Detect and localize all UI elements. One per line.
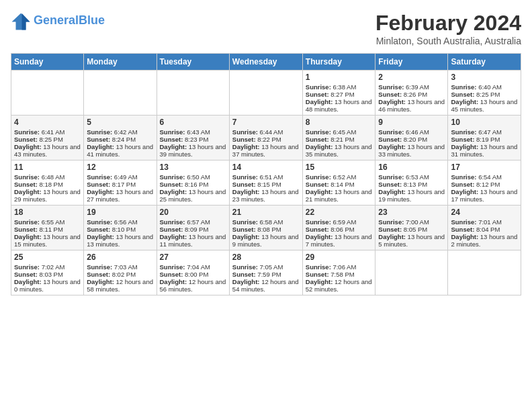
- day-info-line: Sunset: 8:04 PM: [451, 226, 518, 233]
- location-title: Minlaton, South Australia, Australia: [375, 36, 521, 46]
- day-header-saturday: Saturday: [448, 54, 521, 71]
- day-number: 12: [87, 163, 153, 172]
- day-info-line: Sunrise: 6:45 AM: [306, 128, 373, 136]
- week-row: 1Sunrise: 6:38 AMSunset: 8:27 PMDaylight…: [11, 71, 521, 116]
- month-title: February 2024: [375, 11, 521, 36]
- day-info-line: Sunset: 8:05 PM: [378, 226, 445, 233]
- day-info-line: Sunrise: 6:47 AM: [451, 128, 518, 136]
- day-info-line: Sunrise: 6:51 AM: [232, 173, 300, 181]
- day-info-line: Daylight: 13 hours and 13 minutes.: [87, 233, 153, 248]
- day-info-line: Sunrise: 6:41 AM: [14, 128, 81, 136]
- calendar-cell: 10Sunrise: 6:47 AMSunset: 8:19 PMDayligh…: [448, 116, 521, 161]
- calendar-header: SundayMondayTuesdayWednesdayThursdayFrid…: [11, 54, 521, 71]
- day-number: 29: [306, 253, 373, 262]
- day-info-line: Sunrise: 6:46 AM: [378, 128, 445, 136]
- calendar-cell: 6Sunrise: 6:43 AMSunset: 8:23 PMDaylight…: [157, 116, 229, 161]
- week-row: 11Sunrise: 6:48 AMSunset: 8:18 PMDayligh…: [11, 161, 521, 205]
- calendar-cell: 9Sunrise: 6:46 AMSunset: 8:20 PMDaylight…: [375, 116, 448, 161]
- calendar-cell: 20Sunrise: 6:57 AMSunset: 8:09 PMDayligh…: [157, 205, 229, 250]
- logo-icon: [11, 11, 31, 31]
- calendar-table: SundayMondayTuesdayWednesdayThursdayFrid…: [11, 53, 521, 295]
- day-info-line: Daylight: 13 hours and 2 minutes.: [451, 233, 518, 248]
- calendar-cell: 12Sunrise: 6:49 AMSunset: 8:17 PMDayligh…: [84, 161, 157, 205]
- day-info-line: Daylight: 13 hours and 21 minutes.: [306, 188, 373, 203]
- day-info-line: Daylight: 13 hours and 17 minutes.: [451, 188, 518, 203]
- day-number: 3: [451, 73, 518, 82]
- day-info-line: Sunset: 8:09 PM: [160, 226, 226, 233]
- calendar-cell: 8Sunrise: 6:45 AMSunset: 8:21 PMDaylight…: [302, 116, 375, 161]
- calendar-cell: 16Sunrise: 6:53 AMSunset: 8:13 PMDayligh…: [375, 161, 448, 205]
- day-info-line: Daylight: 13 hours and 33 minutes.: [378, 143, 445, 158]
- day-number: 4: [14, 118, 81, 127]
- calendar-cell: [229, 71, 302, 116]
- page-header: GeneralBlue February 2024 Minlaton, Sout…: [11, 11, 521, 46]
- day-number: 13: [160, 163, 226, 172]
- day-info-line: Daylight: 13 hours and 23 minutes.: [232, 188, 300, 203]
- day-header-thursday: Thursday: [302, 54, 375, 71]
- day-number: 6: [160, 118, 226, 127]
- day-info-line: Sunrise: 6:43 AM: [160, 128, 226, 136]
- day-number: 2: [378, 73, 445, 82]
- day-header-sunday: Sunday: [11, 54, 84, 71]
- day-info-line: Sunrise: 7:05 AM: [232, 263, 300, 271]
- calendar-cell: 4Sunrise: 6:41 AMSunset: 8:25 PMDaylight…: [11, 116, 84, 161]
- day-info-line: Sunset: 8:27 PM: [306, 91, 373, 98]
- calendar-cell: 19Sunrise: 6:56 AMSunset: 8:10 PMDayligh…: [84, 205, 157, 250]
- day-info-line: Sunset: 8:12 PM: [451, 181, 518, 188]
- day-info-line: Sunrise: 6:57 AM: [160, 218, 226, 226]
- day-info-line: Sunset: 8:25 PM: [451, 91, 518, 98]
- day-info-line: Sunrise: 6:40 AM: [451, 83, 518, 91]
- day-info-line: Sunset: 8:06 PM: [306, 226, 373, 233]
- day-header-monday: Monday: [84, 54, 157, 71]
- day-info-line: Sunset: 8:25 PM: [14, 136, 81, 143]
- day-info-line: Daylight: 13 hours and 37 minutes.: [232, 143, 300, 158]
- day-number: 9: [378, 118, 445, 127]
- day-info-line: Sunset: 8:08 PM: [232, 226, 300, 233]
- day-info-line: Sunrise: 6:55 AM: [14, 218, 81, 226]
- day-info-line: Daylight: 13 hours and 29 minutes.: [14, 188, 81, 203]
- logo-text: GeneralBlue: [34, 14, 105, 28]
- day-info-line: Sunset: 8:16 PM: [160, 181, 226, 188]
- day-info-line: Sunset: 8:17 PM: [87, 181, 153, 188]
- day-header-wednesday: Wednesday: [229, 54, 302, 71]
- day-info-line: Sunset: 8:02 PM: [87, 271, 153, 278]
- day-info-line: Daylight: 13 hours and 25 minutes.: [160, 188, 226, 203]
- calendar-cell: 24Sunrise: 7:01 AMSunset: 8:04 PMDayligh…: [448, 205, 521, 250]
- day-number: 1: [306, 73, 373, 82]
- day-info-line: Daylight: 13 hours and 45 minutes.: [451, 98, 518, 113]
- day-number: 8: [306, 118, 373, 127]
- day-number: 5: [87, 118, 153, 127]
- day-info-line: Daylight: 13 hours and 0 minutes.: [14, 278, 81, 293]
- day-number: 21: [232, 208, 300, 217]
- day-number: 25: [14, 253, 81, 262]
- day-number: 26: [87, 253, 153, 262]
- day-info-line: Sunset: 8:23 PM: [160, 136, 226, 143]
- day-info-line: Sunrise: 6:54 AM: [451, 173, 518, 181]
- day-info-line: Sunrise: 6:42 AM: [87, 128, 153, 136]
- day-info-line: Sunrise: 6:52 AM: [306, 173, 373, 181]
- day-info-line: Sunrise: 6:39 AM: [378, 83, 445, 91]
- day-info-line: Sunrise: 6:38 AM: [306, 83, 373, 91]
- day-number: 17: [451, 163, 518, 172]
- day-info-line: Sunset: 8:03 PM: [14, 271, 81, 278]
- day-info-line: Sunrise: 7:01 AM: [451, 218, 518, 226]
- day-info-line: Sunset: 8:26 PM: [378, 91, 445, 98]
- day-info-line: Sunrise: 7:02 AM: [14, 263, 81, 271]
- day-info-line: Daylight: 13 hours and 27 minutes.: [87, 188, 153, 203]
- day-info-line: Daylight: 13 hours and 9 minutes.: [232, 233, 300, 248]
- day-info-line: Sunset: 8:24 PM: [87, 136, 153, 143]
- day-info-line: Daylight: 12 hours and 54 minutes.: [232, 278, 300, 293]
- day-info-line: Sunset: 8:19 PM: [451, 136, 518, 143]
- calendar-cell: 3Sunrise: 6:40 AMSunset: 8:25 PMDaylight…: [448, 71, 521, 116]
- logo-line1: General: [34, 13, 79, 27]
- calendar-cell: 28Sunrise: 7:05 AMSunset: 7:59 PMDayligh…: [229, 250, 302, 295]
- day-info-line: Sunset: 7:59 PM: [232, 271, 300, 278]
- day-info-line: Sunrise: 6:44 AM: [232, 128, 300, 136]
- day-info-line: Sunset: 8:15 PM: [232, 181, 300, 188]
- day-info-line: Sunset: 7:58 PM: [306, 271, 373, 278]
- day-info-line: Sunrise: 7:00 AM: [378, 218, 445, 226]
- day-number: 22: [306, 208, 373, 217]
- calendar-cell: 1Sunrise: 6:38 AMSunset: 8:27 PMDaylight…: [302, 71, 375, 116]
- calendar-cell: [448, 250, 521, 295]
- day-info-line: Daylight: 13 hours and 11 minutes.: [160, 233, 226, 248]
